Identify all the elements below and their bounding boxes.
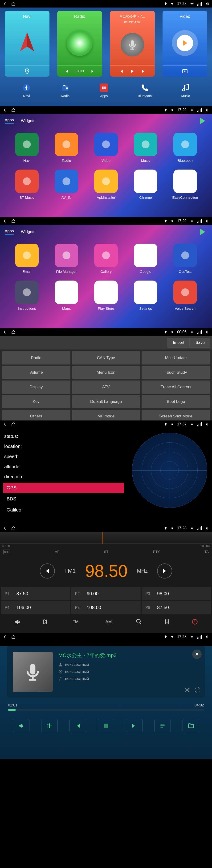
prev-icon[interactable] [64, 69, 69, 73]
preset-p3[interactable]: P398.00 [141, 587, 211, 600]
volume-icon[interactable] [205, 330, 209, 334]
back-icon[interactable] [3, 635, 7, 639]
app-maps[interactable]: Maps [49, 281, 84, 310]
save-button[interactable]: Save [190, 338, 210, 348]
setting-key[interactable]: Key [2, 395, 71, 408]
repeat-icon[interactable] [194, 687, 200, 693]
app-gpstest[interactable]: GpsTest [168, 244, 203, 274]
sat-bds[interactable]: BDS [3, 494, 124, 504]
app-filemanager[interactable]: File Manager [49, 244, 84, 274]
band-label[interactable]: BAND [75, 69, 84, 73]
app-chrome[interactable]: Chrome [128, 169, 163, 199]
brightness-icon[interactable] [190, 330, 194, 334]
volume-icon[interactable] [205, 526, 209, 530]
app-navi[interactable]: Navi [9, 133, 44, 162]
setting-display[interactable]: Display [2, 380, 71, 394]
video-list-icon[interactable] [182, 68, 188, 74]
setting-touchstudy[interactable]: Touch Study [141, 366, 210, 379]
app-google[interactable]: Google [128, 244, 163, 274]
sat-gps[interactable]: GPS [3, 483, 124, 493]
video-tile[interactable]: Video [162, 11, 207, 77]
preset-p4[interactable]: P4106.00 [1, 601, 71, 614]
app-bluetooth[interactable]: Bluetooth [168, 133, 203, 162]
import-button[interactable]: Import [167, 338, 190, 348]
setting-defaultlanguage[interactable]: Default Language [72, 395, 140, 408]
equalizer-icon[interactable] [164, 619, 170, 625]
app-avin[interactable]: AV_IN [49, 169, 84, 199]
setting-screenshotmode[interactable]: Screen Shot Mode [141, 410, 210, 421]
fm-button[interactable]: FM [70, 619, 81, 624]
setting-mpmode[interactable]: MP mode [72, 410, 140, 421]
brightness-icon[interactable] [190, 2, 194, 6]
band-label[interactable]: FM1 [64, 568, 76, 574]
back-icon[interactable] [3, 2, 7, 6]
pause-button[interactable] [98, 719, 114, 732]
setting-radio[interactable]: Radio [2, 351, 71, 365]
folder-button[interactable] [183, 719, 199, 732]
eq-button[interactable] [41, 719, 58, 732]
setting-mcuupdate[interactable]: Mcu Update [141, 351, 210, 365]
playlist-button[interactable] [154, 719, 171, 732]
preset-p1[interactable]: P187.50 [1, 587, 71, 600]
search-icon[interactable] [136, 619, 142, 625]
music-tile[interactable]: MC水公主 - 7... 01:43/04:02 [110, 11, 155, 77]
next-track-icon[interactable] [141, 69, 146, 73]
dock-bluetooth[interactable]: Bluetooth [138, 83, 152, 98]
back-icon[interactable] [3, 422, 7, 426]
back-icon[interactable] [3, 108, 7, 112]
tab-apps[interactable]: Apps [5, 118, 14, 124]
volume-icon[interactable] [205, 219, 209, 223]
home-icon[interactable] [11, 635, 16, 639]
home-icon[interactable] [11, 526, 16, 530]
dock-music[interactable]: Music [181, 83, 191, 98]
setting-cantype[interactable]: CAN Type [72, 351, 140, 365]
setting-atv[interactable]: ATV [72, 380, 140, 394]
next-button[interactable] [126, 719, 142, 732]
brightness-icon[interactable] [190, 422, 194, 426]
app-radio[interactable]: Radio [49, 133, 84, 162]
play-store-icon[interactable] [199, 117, 207, 125]
setting-menuicon[interactable]: Menu Icon [72, 366, 140, 379]
am-button[interactable]: AM [103, 619, 114, 624]
tab-apps[interactable]: Apps [5, 229, 14, 235]
brightness-icon[interactable] [190, 108, 194, 112]
back-icon[interactable] [3, 330, 7, 334]
volume-icon[interactable] [205, 2, 209, 6]
brightness-icon[interactable] [190, 219, 194, 223]
setting-eraseallcontent[interactable]: Erase All Content [141, 380, 210, 394]
preset-p5[interactable]: P5108.00 [71, 601, 141, 614]
back-icon[interactable] [3, 219, 7, 223]
radio-tile[interactable]: Radio BAND [57, 11, 102, 77]
app-settings[interactable]: Settings [128, 281, 163, 310]
prev-track-icon[interactable] [119, 69, 124, 73]
mute-icon[interactable] [14, 619, 21, 625]
tab-widgets[interactable]: Widgets [21, 229, 35, 234]
preset-p6[interactable]: P687.50 [141, 601, 211, 614]
progress-bar[interactable] [8, 709, 204, 711]
af-label[interactable]: AF [55, 550, 59, 554]
ta-label[interactable]: TA [205, 550, 209, 554]
app-btmusic[interactable]: BT Music [9, 169, 44, 199]
app-music[interactable]: Music [128, 133, 163, 162]
volume-icon[interactable] [205, 422, 209, 426]
setting-bootlogo[interactable]: Boot Logo [141, 395, 210, 408]
home-icon[interactable] [11, 219, 16, 223]
volume-icon[interactable] [205, 635, 209, 639]
seek-next-button[interactable] [157, 563, 172, 579]
power-icon[interactable] [191, 619, 198, 625]
next-icon[interactable] [90, 69, 95, 73]
app-playstore[interactable]: Play Store [88, 281, 124, 310]
pty-label[interactable]: PTY [153, 550, 160, 554]
volume-icon[interactable] [205, 108, 209, 112]
close-button[interactable]: ✕ [192, 650, 202, 659]
home-icon[interactable] [11, 2, 16, 6]
shuffle-icon[interactable] [184, 687, 190, 693]
rds-label[interactable]: RDS [3, 550, 10, 554]
brightness-icon[interactable] [190, 635, 194, 639]
app-video[interactable]: Video [88, 133, 124, 162]
location-pin-icon[interactable] [24, 68, 30, 74]
dock-apps[interactable]: E5Apps [99, 83, 109, 98]
scan-icon[interactable] [42, 619, 48, 625]
home-icon[interactable] [11, 108, 16, 112]
radio-dial[interactable] [0, 532, 212, 544]
